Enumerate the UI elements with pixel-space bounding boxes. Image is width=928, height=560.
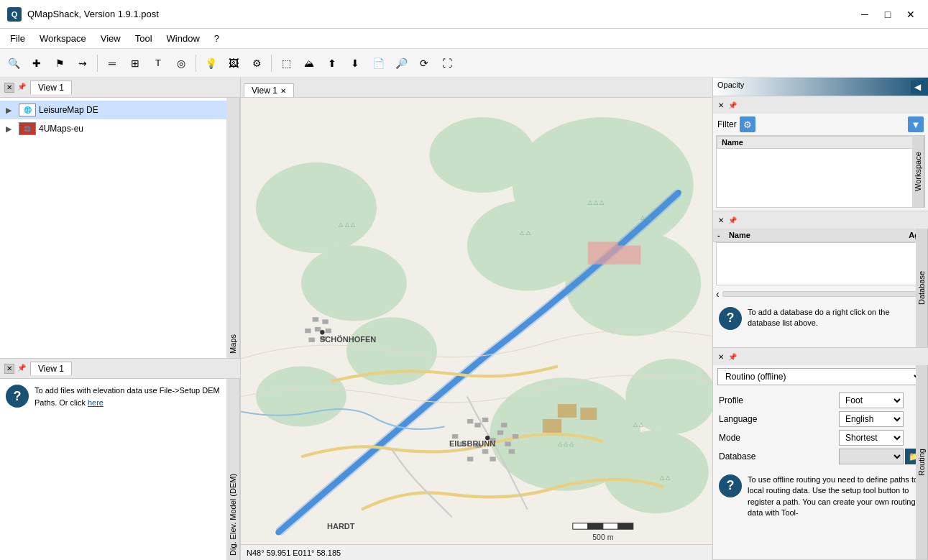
gear-tool-button[interactable]: ⚙ (246, 52, 267, 74)
workspace-name-column: Name (717, 137, 924, 149)
maps-panel-pin[interactable]: 📌 (17, 83, 27, 93)
workspace-section-pin[interactable]: 📌 (727, 100, 738, 110)
maps-panel-close[interactable]: ✕ (4, 83, 14, 93)
workspace-side-label[interactable]: Workspace (912, 136, 924, 207)
menu-view[interactable]: View (93, 30, 128, 47)
workspace-section: ✕ 📌 Filter ⚙ ▼ Name (713, 96, 928, 211)
language-select[interactable]: EnglishGermanFrench (839, 411, 904, 427)
profile-select-wrap: FootCarBicycleHorse (839, 393, 922, 408)
svg-text:△ △ △: △ △ △ (558, 440, 575, 447)
sync-button[interactable]: ⟳ (413, 52, 435, 74)
db-routing-label: Database (719, 451, 833, 462)
svg-point-46 (320, 330, 324, 334)
svg-rect-36 (558, 404, 576, 418)
svg-rect-16 (482, 418, 488, 422)
dem-panel-pin[interactable]: 📌 (17, 364, 27, 374)
search2-button[interactable]: 🔎 (390, 52, 412, 74)
filter-funnel-button[interactable]: ▼ (908, 116, 924, 132)
close-button[interactable]: ✕ (901, 4, 921, 24)
svg-point-3 (429, 117, 535, 193)
filter-gear-button[interactable]: ⚙ (740, 116, 755, 132)
routing-section-pin[interactable]: 📌 (727, 352, 738, 362)
menu-workspace[interactable]: Workspace (32, 30, 93, 47)
menu-help[interactable]: ? (207, 30, 226, 47)
tip-button[interactable]: 💡 (200, 52, 221, 74)
map-tab-close[interactable]: ✕ (280, 87, 286, 95)
layer-leisuremap[interactable]: ▶ 🌐 LeisureMap DE (0, 101, 226, 119)
notes-button[interactable]: 📄 (367, 52, 389, 74)
dem-panel-header: ✕ 📌 View 1 (0, 359, 240, 379)
routing-engine-select[interactable]: Routino (offline)BRouter (online)MapQues… (717, 368, 924, 385)
svg-rect-51 (618, 523, 633, 529)
maximize-button[interactable]: □ (878, 4, 898, 24)
road-button[interactable]: ═ (101, 52, 123, 74)
dem-tab[interactable]: View 1 (30, 362, 72, 375)
svg-rect-27 (509, 449, 515, 454)
profile-select[interactable]: FootCarBicycleHorse (839, 393, 904, 408)
svg-rect-26 (490, 456, 495, 461)
grid-button[interactable]: ⊞ (124, 52, 146, 74)
fullscreen-button[interactable]: ⛶ (436, 52, 458, 74)
menu-window[interactable]: Window (160, 30, 207, 47)
map-container: View 1 ✕ (241, 78, 712, 560)
db-section-pin[interactable]: 📌 (727, 215, 738, 225)
db-scrollbar: ‹ › (713, 287, 928, 301)
svg-rect-25 (467, 456, 473, 461)
routing-section-header: ✕ 📌 (713, 348, 928, 365)
image-button[interactable]: 🖼 (223, 52, 244, 74)
svg-text:△ △: △ △ (660, 474, 671, 481)
minimize-button[interactable]: ─ (855, 4, 875, 24)
svg-rect-14 (467, 419, 473, 423)
main-layout: ✕ 📌 View 1 ▶ 🌐 LeisureMap DE (0, 78, 928, 560)
circle-button[interactable]: ◎ (170, 52, 192, 74)
dem-panel-close[interactable]: ✕ (4, 364, 14, 374)
flag-button[interactable]: ⚑ (49, 52, 70, 74)
svg-rect-32 (326, 329, 331, 333)
db-section-header: ✕ 📌 (713, 211, 928, 229)
maps-tab[interactable]: View 1 (30, 81, 72, 94)
svg-rect-18 (490, 438, 495, 442)
maps-side-label[interactable]: Maps (226, 98, 240, 358)
svg-rect-13 (618, 246, 640, 265)
track-button[interactable]: ⇝ (72, 52, 93, 74)
db-routing-select[interactable] (839, 449, 904, 464)
menu-tool[interactable]: Tool (128, 30, 160, 47)
search-tool-button[interactable]: 🔍 (3, 52, 24, 74)
dem-side-label[interactable]: Dig. Elev. Model (DEM) (226, 379, 240, 560)
maps-panel-header: ✕ 📌 View 1 (0, 78, 240, 98)
db-scroll-track[interactable] (722, 291, 919, 297)
workspace-section-header: ✕ 📌 (713, 96, 928, 114)
mode-label: Mode (719, 433, 833, 443)
workspace-section-close[interactable]: ✕ (716, 100, 726, 110)
map-tab-view1[interactable]: View 1 ✕ (244, 83, 294, 97)
db-scroll-left-button[interactable]: ‹ (716, 288, 720, 300)
4umaps-label: 4UMaps-eu (39, 124, 83, 134)
download-button[interactable]: ⬇ (344, 52, 366, 74)
dem-panel: ✕ 📌 View 1 ? To add files with elevation… (0, 359, 240, 560)
db-section-close[interactable]: ✕ (716, 215, 726, 225)
svg-rect-22 (505, 441, 510, 446)
zoom-rect-button[interactable]: ⬚ (275, 52, 297, 74)
dem-here-link[interactable]: here (88, 398, 104, 407)
text-button[interactable]: T (147, 52, 169, 74)
map-canvas[interactable]: △ △ △ △ △ △ △ △ △ △ △ △ △ △ △ △ △ 500 m … (241, 98, 712, 544)
zoom-hill-button[interactable]: ⛰ (298, 52, 320, 74)
database-side-label[interactable]: Database (916, 229, 928, 347)
svg-rect-23 (482, 449, 488, 454)
upload-button[interactable]: ⬆ (321, 52, 343, 74)
filter-row: Filter ⚙ ▼ (713, 114, 928, 135)
routing-side-label[interactable]: Routing (916, 365, 928, 559)
routing-section-close[interactable]: ✕ (716, 352, 726, 362)
routing-engine-dropdown: Routino (offline)BRouter (online)MapQues… (717, 368, 924, 385)
map-svg: △ △ △ △ △ △ △ △ △ △ △ △ △ △ △ △ △ 500 m (241, 98, 712, 544)
layer-4umaps[interactable]: ▶ 🌐 4UMaps-eu (0, 119, 226, 138)
add-waypoint-button[interactable]: ✚ (26, 52, 47, 74)
menu-bar: File Workspace View Tool Window ? (0, 29, 928, 49)
mode-select[interactable]: ShortestFastestScenic (839, 430, 904, 446)
svg-text:△ △: △ △ (633, 421, 644, 428)
svg-point-5 (256, 162, 377, 253)
tree-arrow-leisuremap: ▶ (6, 106, 16, 115)
map-tab-bar: View 1 ✕ (241, 78, 712, 98)
menu-file[interactable]: File (3, 30, 32, 47)
svg-point-47 (485, 436, 490, 440)
